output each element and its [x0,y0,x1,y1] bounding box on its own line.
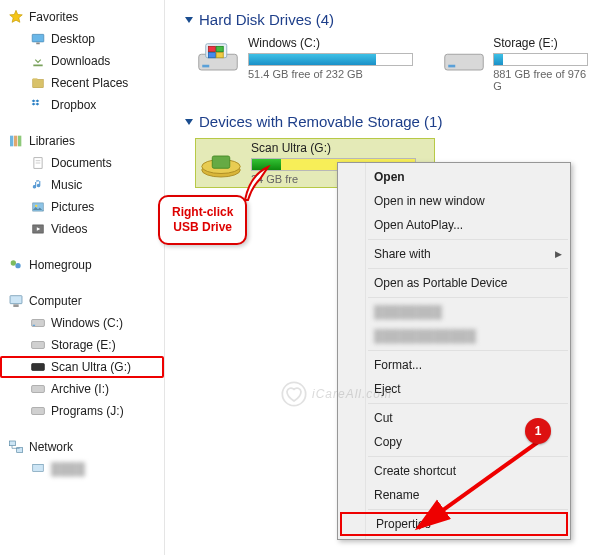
homegroup-group: Homegroup [0,254,164,276]
sidebar-item-windows-c[interactable]: Windows (C:) [0,312,164,334]
sidebar-item-documents[interactable]: Documents [0,152,164,174]
sidebar-item-scan-ultra-g[interactable]: Scan Ultra (G:) [0,356,164,378]
svg-rect-5 [10,136,13,147]
recent-icon [30,75,46,91]
item-label: Pictures [51,200,94,214]
document-icon [30,155,46,171]
sidebar-item-pictures[interactable]: Pictures [0,196,164,218]
annotation-step-badge: 1 [525,418,551,444]
favorites-header[interactable]: Favorites [0,6,164,28]
favorites-group: Favorites Desktop Downloads Recent Place… [0,6,164,116]
homegroup-label: Homegroup [29,258,92,272]
drive-icon [30,315,46,331]
libraries-label: Libraries [29,134,75,148]
menu-open-autoplay[interactable]: Open AutoPlay... [338,213,570,237]
svg-rect-32 [208,53,215,58]
context-menu: Open Open in new window Open AutoPlay...… [337,162,571,540]
svg-rect-23 [32,408,45,415]
menu-open[interactable]: Open [338,165,570,189]
favorites-label: Favorites [29,10,78,24]
menu-open-portable[interactable]: Open as Portable Device [338,271,570,295]
menu-blurred-item[interactable]: ████████ [338,300,570,324]
music-icon [30,177,46,193]
svg-rect-4 [33,78,38,80]
drive-storage-e[interactable]: Storage (E:) 881 GB free of 976 G [443,36,591,92]
collapse-icon [185,17,193,23]
svg-rect-30 [208,46,215,51]
svg-rect-19 [33,325,35,326]
hdd-section-title: Hard Disk Drives (4) [199,11,334,28]
drive-name: Storage (E:) [493,36,591,50]
svg-point-12 [35,205,37,207]
item-label: Recent Places [51,76,128,90]
drive-usage-bar [493,53,588,66]
menu-rename[interactable]: Rename [338,483,570,507]
svg-rect-38 [212,156,230,168]
videos-icon [30,221,46,237]
svg-rect-34 [445,54,484,70]
sidebar-item-programs-j[interactable]: Programs (J:) [0,400,164,422]
item-label: Downloads [51,54,110,68]
drive-info: Windows (C:) 51.4 GB free of 232 GB [248,36,413,80]
drive-usage-bar [248,53,413,66]
sidebar-item-archive-i[interactable]: Archive (I:) [0,378,164,400]
menu-format[interactable]: Format... [338,353,570,377]
dropbox-icon [30,97,46,113]
annotation-callout: Right-click USB Drive [158,195,247,245]
sidebar-item-music[interactable]: Music [0,174,164,196]
item-label: Storage (E:) [51,338,116,352]
callout-line2: USB Drive [172,220,233,235]
item-label: Scan Ultra (G:) [51,360,131,374]
svg-point-15 [15,263,20,268]
desktop-icon [30,31,46,47]
menu-separator [368,350,568,351]
menu-blurred-item[interactable]: ████████████ [338,324,570,348]
svg-rect-16 [10,296,22,304]
svg-rect-3 [33,80,44,88]
sidebar-item-desktop[interactable]: Desktop [0,28,164,50]
menu-separator [368,509,568,510]
sidebar-item-downloads[interactable]: Downloads [0,50,164,72]
menu-share-with[interactable]: Share with▶ [338,242,570,266]
sidebar-item-network-pc[interactable]: ████ [0,458,164,480]
drive-windows-c[interactable]: Windows (C:) 51.4 GB free of 232 GB [195,36,413,92]
svg-rect-33 [216,53,223,58]
svg-rect-2 [33,65,42,67]
drive-icon [30,359,46,375]
libraries-header[interactable]: Libraries [0,130,164,152]
network-header[interactable]: Network [0,436,164,458]
svg-rect-31 [216,46,223,51]
menu-eject[interactable]: Eject [338,377,570,401]
menu-separator [368,268,568,269]
libraries-icon [8,133,24,149]
network-label: Network [29,440,73,454]
computer-icon [8,293,24,309]
homegroup-header[interactable]: Homegroup [0,254,164,276]
item-label: Videos [51,222,87,236]
hdd-section-header[interactable]: Hard Disk Drives (4) [175,8,583,36]
svg-rect-21 [32,364,45,371]
drive-icon [30,337,46,353]
sidebar-item-videos[interactable]: Videos [0,218,164,240]
menu-open-new-window[interactable]: Open in new window [338,189,570,213]
menu-properties[interactable]: Properties [340,512,568,536]
removable-section-header[interactable]: Devices with Removable Storage (1) [175,110,583,138]
sidebar-item-dropbox[interactable]: Dropbox [0,94,164,116]
menu-separator [368,297,568,298]
callout-tail-icon [240,165,280,205]
sidebar-item-storage-e[interactable]: Storage (E:) [0,334,164,356]
hdd-drives: Windows (C:) 51.4 GB free of 232 GB Stor… [175,36,583,92]
item-label: Music [51,178,82,192]
sidebar-item-recent[interactable]: Recent Places [0,72,164,94]
computer-header[interactable]: Computer [0,290,164,312]
svg-rect-28 [202,65,209,68]
drive-info: Storage (E:) 881 GB free of 976 G [493,36,591,92]
item-label: ████ [51,462,85,476]
item-label: Dropbox [51,98,96,112]
svg-rect-1 [36,43,40,45]
homegroup-icon [8,257,24,273]
svg-point-14 [11,260,16,265]
menu-create-shortcut[interactable]: Create shortcut [338,459,570,483]
pc-icon [30,461,46,477]
callout-box: Right-click USB Drive [158,195,247,245]
